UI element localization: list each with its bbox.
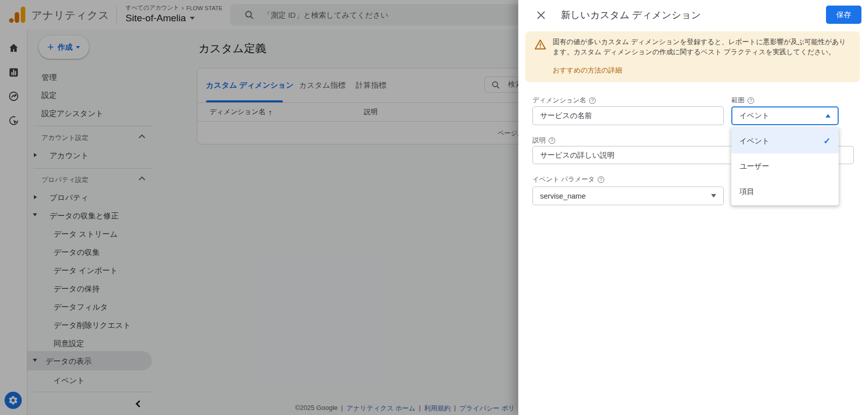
scope-label: 範囲 ? [731,96,754,105]
new-custom-dimension-panel: 新しいカスタム ディメンション 保存 固有の値が多いカスタム ディメンションを登… [518,0,868,415]
scope-option-event[interactable]: イベント ✓ [731,128,839,154]
help-icon[interactable]: ? [589,97,596,104]
scope-dropdown-menu: イベント ✓ ユーザー 項目 [731,128,839,205]
scope-select[interactable]: イベント [731,106,839,125]
check-icon: ✓ [823,136,831,146]
panel-title: 新しいカスタム ディメンション [561,9,701,22]
close-icon[interactable] [536,11,546,20]
help-icon[interactable]: ? [598,176,604,183]
warning-banner: 固有の値が多いカスタム ディメンションを登録すると、レポートに悪影響が及ぶ可能性… [525,31,860,82]
description-label: 説明 ? [532,136,555,145]
dimension-name-label: ディメンション名 ? [532,96,596,105]
chevron-down-icon [711,194,716,198]
scope-option-user[interactable]: ユーザー [731,154,839,179]
warning-icon [534,39,546,50]
dimension-name-input[interactable] [532,106,724,125]
best-practices-link[interactable]: おすすめの方法の詳細 [553,66,622,75]
save-button[interactable]: 保存 [826,6,861,24]
event-parameter-select[interactable]: servise_name [532,186,724,205]
warning-text: 固有の値が多いカスタム ディメンションを登録すると、レポートに悪影響が及ぶ可能性… [553,37,848,57]
chevron-up-icon [825,114,831,118]
ga-admin-screen: アナリティクス すべてのアカウント › FLOW STATE Site-of-A… [0,0,868,415]
scope-option-item[interactable]: 項目 [731,179,839,204]
help-icon[interactable]: ? [748,97,754,104]
event-parameter-label: イベント パラメータ ? [532,175,604,184]
help-icon[interactable]: ? [549,137,555,144]
